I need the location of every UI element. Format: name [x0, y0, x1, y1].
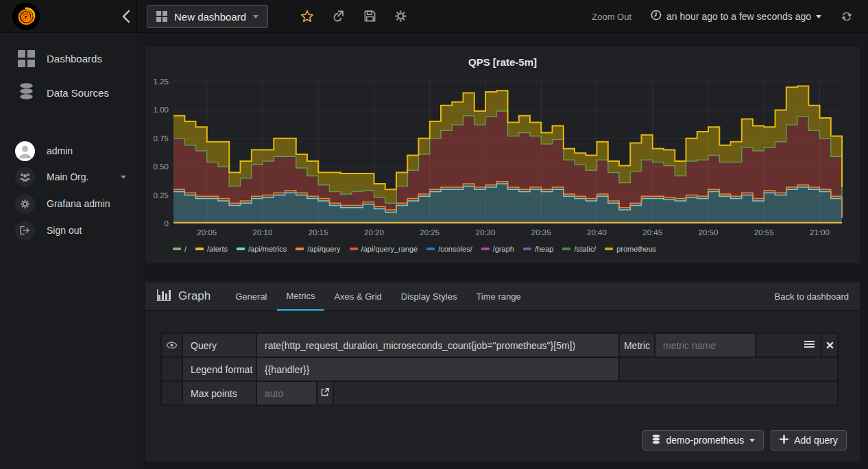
sidebar-item-dashboards[interactable]: Dashboards	[0, 45, 137, 72]
tab-time-range[interactable]: Time range	[466, 282, 530, 311]
legend-label: /	[184, 245, 186, 253]
svg-text:20:55: 20:55	[754, 228, 774, 237]
eye-icon	[166, 341, 178, 349]
svg-text:1.25: 1.25	[154, 77, 169, 86]
qps-chart[interactable]: 00.250.500.751.001.2520:0520:1020:1520:2…	[145, 47, 860, 263]
svg-text:20:50: 20:50	[699, 228, 719, 237]
save-button[interactable]	[363, 10, 376, 23]
query-editor-table: Query rate(http_request_duration_microse…	[160, 333, 839, 406]
svg-text:0.25: 0.25	[154, 191, 169, 200]
star-button[interactable]	[300, 10, 314, 23]
sidebar-item-sign-out[interactable]: Sign out	[0, 217, 137, 244]
svg-text:1.00: 1.00	[154, 106, 169, 114]
max-points-input[interactable]: auto	[256, 381, 317, 405]
legend-label: /consoles/	[438, 245, 472, 253]
sign-out-icon	[15, 221, 35, 241]
query-menu-button[interactable]	[756, 333, 821, 357]
tab-metrics[interactable]: Metrics	[277, 282, 325, 311]
legend-swatch	[562, 248, 570, 250]
query-label: Query	[182, 333, 256, 357]
editor-header: Graph General Metrics Axes & Grid Displa…	[145, 282, 860, 311]
back-chevron-icon[interactable]	[121, 9, 131, 27]
legend-item[interactable]: /api/query_range	[350, 245, 418, 253]
legend-label: /static/	[574, 245, 596, 253]
grafana-admin-label: Grafana admin	[47, 198, 110, 209]
tab-display-styles[interactable]: Display Styles	[391, 282, 467, 311]
legend-item[interactable]: /alerts	[195, 245, 228, 253]
menu-icon	[804, 339, 815, 349]
toggle-query-visibility-button[interactable]	[161, 333, 182, 357]
legend-item[interactable]: /heap	[523, 245, 554, 253]
users-group-icon	[15, 167, 35, 187]
editor-panel-type-label: Graph	[178, 289, 210, 303]
dashboard-title-dropdown[interactable]: New dashboard	[147, 5, 268, 28]
metric-label: Metric	[619, 333, 655, 357]
legend-item[interactable]: /api/query	[296, 245, 340, 253]
legend-swatch	[237, 248, 245, 250]
svg-text:20:30: 20:30	[476, 228, 496, 237]
legend-label: /heap	[535, 245, 554, 253]
navbar-brand-section	[0, 0, 137, 33]
editor-tabs: General Metrics Axes & Grid Display Styl…	[226, 282, 530, 311]
chevron-down-icon	[816, 15, 821, 19]
database-icon	[18, 82, 35, 103]
sidebar-item-profile[interactable]: admin	[0, 137, 137, 165]
legend-swatch	[173, 248, 181, 250]
tab-general[interactable]: General	[226, 282, 276, 311]
query-input[interactable]: rate(http_request_duration_microseconds_…	[256, 333, 619, 357]
legend-swatch	[296, 248, 304, 250]
svg-text:20:10: 20:10	[253, 228, 273, 237]
back-to-dashboard-link[interactable]: Back to dashboard	[775, 291, 849, 302]
grafana-logo-icon[interactable]	[12, 3, 40, 30]
query-row: Query rate(http_request_duration_microse…	[161, 333, 838, 357]
clock-icon	[651, 10, 662, 23]
legend-item[interactable]: /	[173, 245, 186, 253]
sidebar-item-grafana-admin[interactable]: Grafana admin	[0, 190, 137, 217]
username-label: admin	[47, 145, 73, 156]
external-link-icon	[320, 387, 330, 397]
legend-item[interactable]: /api/metrics	[237, 245, 287, 253]
chart-legend: //alerts/api/metrics/api/query/api/query…	[173, 245, 656, 253]
legend-item[interactable]: /graph	[481, 245, 514, 253]
legend-swatch	[481, 248, 490, 250]
legend-label: /api/query	[307, 245, 340, 253]
legend-swatch	[426, 248, 435, 250]
svg-text:20:35: 20:35	[531, 228, 551, 237]
share-button[interactable]	[332, 10, 346, 23]
top-navbar: New dashboard Zoom Out an hour ago to a …	[0, 0, 868, 33]
legend-format-row: Legend format {{handler}}	[161, 357, 838, 381]
datasource-label: demo-prometheus	[666, 435, 745, 446]
legend-format-label: Legend format	[182, 357, 256, 381]
bar-chart-icon	[156, 288, 171, 304]
close-icon	[826, 341, 834, 349]
max-points-export-button[interactable]	[317, 381, 333, 405]
sidebar-item-data-sources[interactable]: Data Sources	[0, 79, 137, 106]
svg-text:0.75: 0.75	[154, 134, 169, 143]
legend-item[interactable]: prometheus	[605, 245, 656, 253]
chevron-down-icon	[749, 439, 755, 442]
metric-name-input[interactable]: metric name	[655, 333, 756, 357]
chevron-down-icon	[121, 176, 126, 179]
time-range-picker[interactable]: an hour ago to a few seconds ago	[651, 10, 821, 23]
tab-axes-grid[interactable]: Axes & Grid	[324, 282, 391, 311]
svg-text:20:40: 20:40	[587, 228, 607, 237]
max-points-row: Max points auto	[161, 381, 838, 405]
gear-icon	[15, 194, 35, 214]
sidebar-item-org[interactable]: Main Org.	[0, 163, 137, 191]
max-points-label: Max points	[182, 381, 256, 405]
dashboard-title: New dashboard	[174, 11, 246, 23]
add-query-button[interactable]: Add query	[771, 430, 847, 450]
sidebar-item-label: Data Sources	[47, 87, 109, 99]
legend-item[interactable]: /static/	[562, 245, 596, 253]
legend-label: /alerts	[207, 245, 228, 253]
svg-text:0: 0	[165, 219, 169, 228]
legend-item[interactable]: /consoles/	[426, 245, 472, 253]
dashboard-grid-icon	[156, 11, 167, 22]
refresh-button[interactable]	[841, 10, 853, 23]
legend-format-input[interactable]: {{handler}}	[256, 357, 619, 381]
legend-swatch	[523, 248, 531, 250]
gear-button[interactable]	[394, 10, 407, 23]
zoom-out-button[interactable]: Zoom Out	[592, 12, 631, 22]
remove-query-button[interactable]	[821, 333, 838, 357]
datasource-dropdown-button[interactable]: demo-prometheus	[642, 430, 764, 450]
